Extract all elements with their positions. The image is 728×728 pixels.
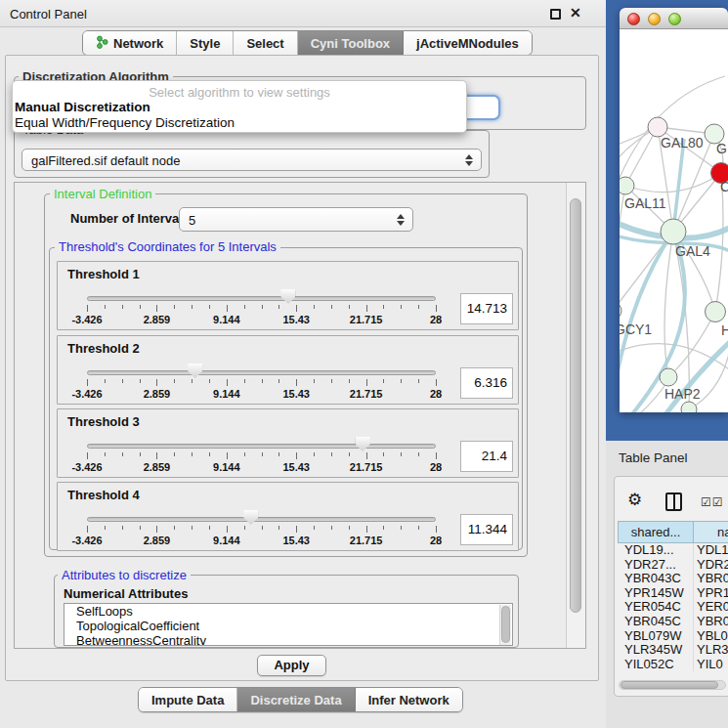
columns-icon[interactable] (665, 492, 682, 511)
combobox-spinner-icon[interactable] (464, 154, 473, 166)
network-node-hap2[interactable] (660, 368, 677, 386)
gear-icon[interactable]: ⚙ (627, 490, 642, 510)
threshold-value-input[interactable]: 21.4 (460, 441, 513, 472)
slider-tick-label: 9.144 (213, 314, 240, 325)
table-cell[interactable]: YBR045C (618, 615, 694, 629)
combobox-spinner-icon[interactable] (396, 214, 405, 226)
attribute-item-selfloops[interactable]: SelfLoops (64, 604, 512, 619)
network-edge[interactable] (625, 173, 721, 193)
vertical-scrollbar[interactable] (566, 183, 585, 648)
tab-select[interactable]: Select (234, 31, 297, 55)
slider-tick-label: -3.426 (71, 535, 102, 546)
table-cell[interactable]: YBR043C (618, 572, 694, 586)
threshold-value-input[interactable]: 11.344 (460, 514, 513, 545)
threshold-slider-thumb[interactable] (356, 437, 370, 451)
slider-tick-label: 2.859 (144, 461, 171, 473)
table-cell[interactable]: YDR27... (618, 558, 694, 573)
table-cell[interactable]: YER054C (618, 600, 694, 615)
numerical-attributes-list[interactable]: SelfLoopsTopologicalCoefficientBetweenne… (64, 603, 513, 646)
table-panel-title: Table Panel (619, 450, 688, 465)
table-data-combobox[interactable]: galFiltered.sif default node (21, 149, 482, 171)
table-cell[interactable]: YPR1 (694, 586, 728, 601)
algorithm-option-equal-width-frequency-discretization[interactable]: Equal Width/Frequency Discretization (13, 115, 466, 131)
tab-jactivemnodules[interactable]: jActiveMNodules (404, 31, 532, 55)
network-node-gal80[interactable] (648, 117, 667, 137)
threshold-value-input[interactable]: 6.316 (460, 367, 513, 399)
table-cell[interactable]: YDL1 (694, 543, 728, 558)
table-row[interactable]: YBL079WYBL0 (618, 629, 728, 644)
close-window-icon[interactable] (627, 13, 640, 25)
slider-tick-label: 9.144 (213, 461, 240, 473)
network-window-titlebar[interactable] (620, 8, 728, 29)
network-graph[interactable]: GAL80GCGAL11GAL4GCY1HHAP2 (620, 29, 728, 412)
slider-ticks (87, 452, 436, 460)
threshold-slider-track[interactable] (87, 517, 436, 522)
column-header-shared-name[interactable]: shared... (618, 521, 694, 543)
network-node-node-bottom[interactable] (681, 402, 697, 412)
slider-tick-label: 21.715 (350, 388, 383, 400)
tab-cyni-toolbox[interactable]: Cyni Toolbox (298, 31, 404, 55)
table-cell[interactable]: YBR0 (694, 615, 728, 629)
zoom-window-icon[interactable] (668, 13, 681, 25)
threshold-slider-thumb[interactable] (188, 364, 202, 378)
close-panel-icon[interactable]: ✕ (570, 5, 581, 21)
threshold-value-input[interactable]: 14.713 (460, 293, 513, 324)
threshold-slider-track[interactable] (87, 370, 436, 375)
table-cell[interactable]: YBL079W (618, 629, 694, 644)
vertical-scrollbar-thumb[interactable] (570, 198, 581, 613)
node-table: shared... na YDL19...YDL1YDR27...YDR2YBR… (618, 521, 728, 671)
horizontal-scrollbar-thumb[interactable] (621, 681, 718, 689)
window-title: Control Panel (10, 7, 87, 21)
table-cell[interactable]: YIL0 (694, 658, 728, 672)
algorithm-placeholder-item[interactable]: Select algorithm to view settings (13, 81, 466, 100)
attributes-list-scrollbar-thumb[interactable] (501, 606, 510, 643)
table-cell[interactable]: YPR145W (618, 586, 694, 601)
table-row[interactable]: YBR043CYBR0 (618, 572, 728, 586)
select-columns-icon[interactable]: ☑☑ (701, 495, 724, 509)
table-cell[interactable]: YIL052C (618, 658, 694, 672)
network-node-gcy1[interactable] (620, 302, 621, 320)
table-cell[interactable]: YBL0 (694, 629, 728, 644)
table-row[interactable]: YBR045CYBR0 (618, 615, 728, 629)
threshold-coordinates-group-label: Threshold's Coordinates for 5 Intervals (55, 240, 280, 253)
table-row[interactable]: YLR345WYLR3 (618, 643, 728, 658)
number-of-intervals-combobox[interactable]: 5 (179, 207, 413, 232)
threshold-slider-thumb[interactable] (280, 289, 295, 304)
attributes-group-label: Attributes to discretize (58, 569, 191, 581)
algorithm-option-manual-discretization[interactable]: Manual Discretization (13, 100, 466, 115)
float-window-icon[interactable] (550, 9, 561, 20)
apply-button[interactable]: Apply (257, 655, 326, 676)
slider-tick-label: 21.715 (350, 535, 383, 546)
table-row[interactable]: YIL052CYIL0 (618, 658, 728, 672)
attribute-item-topologicalcoefficient[interactable]: TopologicalCoefficient (64, 619, 512, 633)
tab-impute-data[interactable]: Impute Data (139, 688, 237, 711)
network-canvas[interactable]: GAL80GCGAL11GAL4GCY1HHAP2 (620, 29, 728, 412)
tab-label: Impute Data (151, 693, 224, 707)
tab-network[interactable]: Network (83, 31, 177, 55)
number-of-intervals-label: Number of Intervals (70, 211, 190, 226)
network-node-gal11[interactable] (620, 177, 634, 194)
column-header-name[interactable]: na (694, 521, 728, 543)
table-row[interactable]: YER054CYER0 (618, 600, 728, 615)
horizontal-scrollbar[interactable] (619, 680, 726, 690)
network-node-gal4[interactable] (661, 219, 686, 244)
table-cell[interactable]: YDL19... (618, 543, 694, 558)
table-cell[interactable]: YBR0 (694, 572, 728, 586)
attributes-list-scrollbar[interactable] (499, 605, 511, 645)
tab-style[interactable]: Style (177, 31, 234, 55)
table-cell[interactable]: YER0 (694, 600, 728, 615)
threshold-slider-track[interactable] (87, 296, 436, 301)
threshold-slider-thumb[interactable] (243, 510, 258, 525)
table-row[interactable]: YDR27...YDR2 (618, 558, 728, 573)
attribute-item-betweennesscentrality[interactable]: BetweennessCentrality (64, 633, 512, 646)
tab-discretize-data[interactable]: Discretize Data (237, 688, 355, 711)
table-row[interactable]: YDL19...YDL1 (618, 543, 728, 558)
network-node-h-partial[interactable] (706, 302, 726, 322)
minimize-window-icon[interactable] (648, 13, 661, 25)
tab-infer-network[interactable]: Infer Network (356, 688, 462, 711)
table-cell[interactable]: YDR2 (694, 558, 728, 573)
table-cell[interactable]: YLR345W (618, 643, 694, 658)
threshold-slider-track[interactable] (87, 444, 436, 449)
table-cell[interactable]: YLR3 (694, 643, 728, 658)
table-row[interactable]: YPR145WYPR1 (618, 586, 728, 601)
